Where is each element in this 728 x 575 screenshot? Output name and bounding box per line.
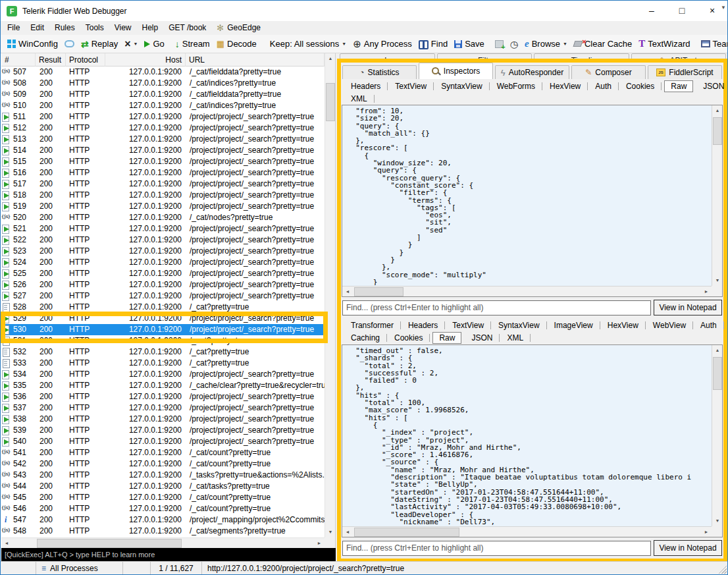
inspector-tab[interactable]: AutoResponder — [495, 65, 569, 79]
request-view-tab[interactable]: JSON — [696, 81, 728, 92]
toolbar-item[interactable]: Tearoff — [698, 36, 728, 52]
background-tab[interactable]: Log — [340, 53, 435, 59]
scrollbar-thumb[interactable] — [354, 287, 403, 296]
session-row[interactable]: 531 200 HTTP 127.0.0.1:9200 /_cat?pretty… — [1, 335, 325, 346]
request-view-tab[interactable]: HexView — [542, 81, 588, 92]
response-view-tab[interactable]: XML — [500, 333, 531, 343]
scrollbar-thumb[interactable] — [354, 528, 459, 537]
session-row[interactable]: 546 200 HTTP 127.0.0.1:9200 /_cat/count?… — [1, 503, 325, 514]
session-row[interactable]: 525 200 HTTP 127.0.0.1:9200 /project/pro… — [1, 268, 325, 279]
response-view-tab[interactable]: Auth — [693, 320, 724, 331]
session-row[interactable]: 542 200 HTTP 127.0.0.1:9200 /_cat/count?… — [1, 458, 325, 470]
toolbar-item[interactable]: Replay — [78, 36, 121, 52]
session-row[interactable]: 541 200 HTTP 127.0.0.1:9200 /_cat/count?… — [1, 447, 325, 458]
session-row[interactable]: 529 200 HTTP 127.0.0.1:9200 /project/pro… — [1, 313, 325, 324]
session-row[interactable]: 526 200 HTTP 127.0.0.1:9200 /project/pro… — [1, 279, 325, 290]
response-view-tab[interactable]: HexView — [600, 320, 646, 331]
request-view-tab[interactable]: Cookies — [619, 81, 662, 92]
session-row[interactable]: 511 200 HTTP 127.0.0.1:9200 /project/pro… — [1, 111, 325, 123]
session-row[interactable]: 510 200 HTTP 127.0.0.1:9200 /_cat/indice… — [1, 100, 325, 111]
response-view-tab[interactable]: ImageView — [547, 320, 600, 331]
response-horizontal-scrollbar[interactable]: ◄ ► — [342, 526, 712, 537]
maximize-button[interactable]: □ — [667, 1, 697, 21]
toolbar-overflow-icon[interactable]: ▼ — [721, 5, 726, 11]
session-row[interactable]: 515 200 HTTP 127.0.0.1:9200 /project/pro… — [1, 156, 325, 167]
toolbar-item[interactable] — [507, 36, 521, 52]
session-row[interactable]: 519 200 HTTP 127.0.0.1:9200 /project/pro… — [1, 201, 325, 212]
session-row[interactable]: 539 200 HTTP 127.0.0.1:9200 /project/pro… — [1, 425, 325, 436]
request-horizontal-scrollbar[interactable]: ◄ ► — [342, 286, 712, 296]
session-row[interactable]: 545 200 HTTP 127.0.0.1:9200 /_cat/count?… — [1, 492, 325, 503]
dropdown-arrow-icon[interactable]: ▼ — [563, 41, 567, 46]
toolbar-item[interactable]: Browse ▼ — [521, 36, 571, 52]
session-row[interactable]: 514 200 HTTP 127.0.0.1:9200 /project/pro… — [1, 145, 325, 156]
request-view-tab[interactable]: XML — [344, 94, 375, 104]
background-tab[interactable]: APITest — [631, 53, 727, 59]
session-row[interactable]: 540 200 HTTP 127.0.0.1:9200 /project/pro… — [1, 436, 325, 447]
scroll-up-icon[interactable]: ▲ — [712, 105, 723, 116]
background-tab[interactable]: Filters — [437, 53, 533, 59]
close-button[interactable]: × — [697, 1, 727, 21]
scroll-left-icon[interactable]: ◄ — [1, 538, 12, 549]
scrollbar-thumb[interactable] — [326, 83, 335, 121]
session-row[interactable]: 524 200 HTTP 127.0.0.1:9200 /project/pro… — [1, 257, 325, 268]
scroll-down-icon[interactable]: ▼ — [712, 275, 723, 286]
toolbar-item[interactable]: Find — [415, 36, 451, 52]
scroll-up-icon[interactable]: ▲ — [712, 345, 723, 356]
request-view-in-notepad-button[interactable]: View in Notepad — [654, 300, 722, 315]
response-vertical-scrollbar[interactable]: ▲ ▼ — [712, 345, 722, 526]
session-row[interactable]: 544 200 HTTP 127.0.0.1:9200 /_cat/tasks?… — [1, 481, 325, 492]
scroll-right-icon[interactable]: ► — [701, 527, 712, 537]
session-list-horizontal-scrollbar[interactable]: ◄ ► — [1, 537, 325, 548]
session-row[interactable]: 532 200 HTTP 127.0.0.1:9200 /_cat?pretty… — [1, 346, 325, 358]
menu-item-geoedge[interactable]: GeoEdge — [211, 21, 266, 35]
response-view-tab[interactable]: Transformer — [344, 320, 401, 331]
response-find-input[interactable] — [342, 541, 651, 556]
dropdown-arrow-icon[interactable]: ▼ — [134, 41, 138, 46]
request-view-tab[interactable]: WebForms — [490, 81, 542, 92]
column-header-host[interactable]: Host — [105, 53, 186, 67]
session-row[interactable]: 527 200 HTTP 127.0.0.1:9200 /project/pro… — [1, 290, 325, 302]
resize-grip[interactable] — [717, 564, 727, 574]
request-find-input[interactable] — [342, 300, 651, 315]
menu-item[interactable]: Rules — [49, 21, 80, 35]
menu-item[interactable]: GET /book — [163, 21, 211, 35]
response-view-tab[interactable]: Headers — [401, 320, 445, 331]
menu-item[interactable]: View — [109, 21, 137, 35]
menu-item[interactable]: Tools — [80, 21, 109, 35]
session-row[interactable]: 537 200 HTTP 127.0.0.1:9200 /project/pro… — [1, 402, 325, 414]
response-view-tab[interactable]: Cookies — [387, 333, 430, 343]
column-header-protocol[interactable]: Protocol — [66, 53, 105, 67]
scroll-down-icon[interactable]: ▼ — [325, 527, 336, 537]
column-header-url[interactable]: URL — [186, 53, 325, 67]
toolbar-item[interactable]: Stream — [172, 36, 213, 52]
session-row[interactable]: 522 200 HTTP 127.0.0.1:9200 /project/pro… — [1, 234, 325, 246]
toolbar-item[interactable]: TextWizard — [635, 36, 693, 52]
inspector-tab[interactable]: Composer — [571, 65, 646, 79]
status-process-filter[interactable]: All Processes — [36, 562, 123, 574]
toolbar-item[interactable] — [61, 36, 78, 52]
response-view-tab[interactable]: WebView — [646, 320, 693, 331]
response-view-tab[interactable]: JSON — [464, 333, 500, 343]
column-header-result[interactable]: Result — [36, 53, 66, 67]
scroll-left-icon[interactable]: ◄ — [342, 527, 353, 537]
session-row[interactable]: 543 200 HTTP 127.0.0.1:9200 /_tasks?pret… — [1, 470, 325, 481]
toolbar-item[interactable]: Decode — [213, 36, 260, 52]
inspector-tab[interactable]: Inspectors — [419, 63, 493, 79]
toolbar-item[interactable]: Go — [141, 36, 167, 52]
session-row[interactable]: 548 200 HTTP 127.0.0.1:9200 /_cat/segmen… — [1, 526, 325, 537]
menu-item[interactable]: File — [2, 21, 25, 35]
status-capture-cell[interactable] — [1, 562, 36, 574]
session-row[interactable]: 520 200 HTTP 127.0.0.1:9200 /_cat/nodes?… — [1, 212, 325, 223]
response-view-tab[interactable]: SyntaxView — [491, 320, 546, 331]
scroll-left-icon[interactable]: ◄ — [342, 287, 353, 297]
toolbar-item[interactable]: Any Process — [350, 36, 415, 52]
scrollbar-thumb[interactable] — [713, 117, 722, 145]
quickexec-bar[interactable]: [QuickExec] ALT+Q > type HELP to learn m… — [1, 548, 336, 562]
background-tab[interactable]: Timeline — [534, 53, 629, 59]
session-row[interactable]: 530 200 HTTP 127.0.0.1:9200 /project/pro… — [1, 324, 325, 335]
toolbar-item[interactable]: Keep: All sessions ▼ — [264, 36, 350, 52]
response-view-in-notepad-button[interactable]: View in Notepad — [654, 540, 722, 556]
session-row[interactable]: 507 200 HTTP 127.0.0.1:9200 /_cat/fieldd… — [1, 67, 325, 78]
session-row[interactable]: 518 200 HTTP 127.0.0.1:9200 /project/pro… — [1, 190, 325, 201]
